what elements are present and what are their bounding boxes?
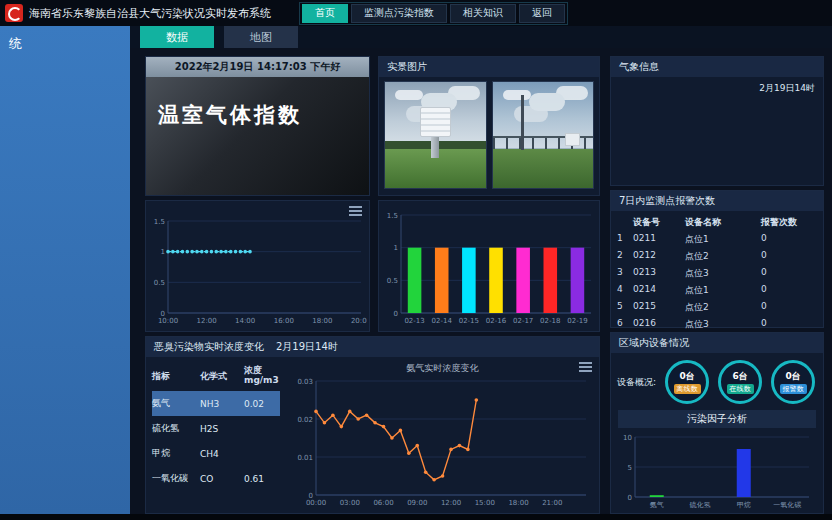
- photo-equipment-box: [565, 133, 580, 146]
- alarm-col-device-name: 设备名称: [685, 216, 761, 229]
- svg-text:02-19: 02-19: [567, 317, 587, 325]
- photos-title: 实景图片: [387, 60, 427, 74]
- odor-header: 恶臭污染物实时浓度变化 2月19日14时: [146, 337, 599, 357]
- dashboard-main: 2022年2月19日 14:17:03 下午好 温室气体指数 实景图片: [130, 48, 832, 514]
- odor-panel: 恶臭污染物实时浓度变化 2月19日14时 指标 化学式 浓度 mg/m3 氨气N…: [145, 336, 600, 514]
- photo-clouds: [395, 90, 423, 100]
- svg-text:甲烷: 甲烷: [737, 501, 751, 509]
- device-overview: 设备概况: 0台 离线数 6台 在线数 0台 报警数: [611, 353, 823, 408]
- alarm-panel: 7日内监测点报警次数 设备号 设备名称 报警次数 10211点位10 20212…: [610, 190, 824, 328]
- greeting-body: 温室气体指数: [146, 77, 369, 195]
- app-title: 海南省乐东黎族自治县大气污染状况实时发布系统: [29, 6, 271, 21]
- offline-count-circle: 0台 离线数: [665, 360, 709, 404]
- svg-text:0.02: 0.02: [297, 416, 313, 424]
- svg-text:03:00: 03:00: [340, 499, 360, 507]
- svg-text:21:00: 21:00: [542, 499, 562, 507]
- weather-body: 2月19日14时: [611, 77, 823, 185]
- svg-text:20:00: 20:00: [351, 317, 367, 325]
- alarm-label: 报警数: [780, 384, 807, 394]
- svg-text:00:00: 00:00: [306, 499, 326, 507]
- svg-text:16:00: 16:00: [274, 317, 294, 325]
- odor-row-co[interactable]: 一氧化碳CO0.61: [152, 466, 280, 491]
- main-nav: 首页 监测点污染指数 相关知识 返回: [299, 2, 568, 25]
- svg-text:1.5: 1.5: [387, 212, 398, 220]
- odor-table-header: 指标 化学式 浓度 mg/m3: [152, 361, 280, 391]
- alarm-col-count: 报警次数: [761, 216, 819, 229]
- greeting-datetime-bar: 2022年2月19日 14:17:03 下午好: [146, 57, 369, 77]
- svg-text:0.5: 0.5: [387, 277, 398, 285]
- odor-title: 恶臭污染物实时浓度变化: [154, 340, 264, 354]
- photo-clouds: [503, 90, 531, 100]
- sidebar-system-item[interactable]: 统: [0, 26, 130, 62]
- photo-grass: [493, 149, 594, 188]
- logo-icon: [5, 4, 23, 22]
- device-overview-label: 设备概况:: [617, 376, 656, 389]
- table-row: 40214点位10: [611, 281, 823, 298]
- svg-text:0.5: 0.5: [154, 279, 165, 287]
- photos-header: 实景图片: [379, 57, 599, 77]
- svg-text:0: 0: [394, 310, 398, 318]
- alarm-table-header: 设备号 设备名称 报警次数: [611, 211, 823, 230]
- online-count-circle: 6台 在线数: [718, 360, 762, 404]
- odor-col-concentration: 浓度 mg/m3: [244, 366, 284, 386]
- devices-header: 区域内设备情况: [611, 333, 823, 353]
- greenhouse-line-chart: 00.511.510:0012:0014:0016:0018:0020:00: [148, 215, 367, 327]
- ammonia-line-chart: 00.010.020.0300:0003:0006:0009:0012:0015…: [292, 375, 592, 509]
- svg-text:10: 10: [623, 434, 632, 442]
- table-row: 10211点位10: [611, 230, 823, 247]
- factor-analysis-title: 污染因子分析: [618, 410, 816, 428]
- nav-pollution-index-button[interactable]: 监测点污染指数: [351, 4, 447, 23]
- app-root: 海南省乐东黎族自治县大气污染状况实时发布系统 首页 监测点污染指数 相关知识 返…: [0, 0, 832, 520]
- devices-panel: 区域内设备情况 设备概况: 0台 离线数 6台 在线数 0台 报警数 污染因子分…: [610, 332, 824, 514]
- table-row: 30213点位30: [611, 264, 823, 281]
- svg-text:02-15: 02-15: [459, 317, 479, 325]
- photo-monitor-cabinet: [420, 107, 451, 137]
- nav-home-button[interactable]: 首页: [302, 4, 348, 23]
- svg-text:5: 5: [628, 464, 632, 472]
- tab-data[interactable]: 数据: [140, 26, 214, 48]
- svg-text:0.03: 0.03: [297, 378, 313, 386]
- svg-text:1: 1: [394, 244, 398, 252]
- odor-col-formula: 化学式: [200, 370, 244, 383]
- svg-text:14:00: 14:00: [235, 317, 255, 325]
- chart-menu-icon[interactable]: [349, 206, 362, 216]
- site-photo-1: [384, 81, 487, 189]
- photo-pole: [521, 95, 524, 150]
- chart-menu-icon[interactable]: [579, 362, 592, 372]
- svg-text:12:00: 12:00: [441, 499, 461, 507]
- svg-text:1.5: 1.5: [154, 218, 165, 226]
- greenhouse-chart-panel: 00.511.510:0012:0014:0016:0018:0020:00: [145, 200, 370, 332]
- svg-text:15:00: 15:00: [475, 499, 495, 507]
- table-row: 20212点位20: [611, 247, 823, 264]
- tab-map[interactable]: 地图: [224, 26, 298, 48]
- weather-panel: 气象信息 2月19日14时: [610, 56, 824, 186]
- svg-text:10:00: 10:00: [158, 317, 178, 325]
- svg-text:02-17: 02-17: [513, 317, 533, 325]
- svg-text:06:00: 06:00: [373, 499, 393, 507]
- odor-row-h2s[interactable]: 硫化氢H2S: [152, 416, 280, 441]
- table-row: 60216点位30: [611, 315, 823, 332]
- alarm-header: 7日内监测点报警次数: [611, 191, 823, 211]
- odor-body: 指标 化学式 浓度 mg/m3 氨气NH30.02 硫化氢H2S: [146, 357, 599, 513]
- svg-text:18:00: 18:00: [508, 499, 528, 507]
- greeting-datetime: 2022年2月19日 14:17:03 下午好: [175, 60, 340, 74]
- svg-text:18:00: 18:00: [312, 317, 332, 325]
- svg-text:氨气: 氨气: [650, 501, 664, 509]
- odor-row-ch4[interactable]: 甲烷CH4: [152, 441, 280, 466]
- svg-text:09:00: 09:00: [407, 499, 427, 507]
- svg-text:02-18: 02-18: [540, 317, 560, 325]
- site-photo-2: [492, 81, 595, 189]
- alarm-col-device-id: 设备号: [633, 216, 685, 229]
- svg-text:0.01: 0.01: [297, 454, 313, 462]
- odor-row-ammonia[interactable]: 氨气NH30.02: [152, 391, 280, 416]
- sidebar: 统: [0, 26, 130, 514]
- odor-table: 指标 化学式 浓度 mg/m3 氨气NH30.02 硫化氢H2S: [146, 357, 286, 513]
- ammonia-chart-area: 氨气实时浓度变化 00.010.020.0300:0003:0006:0009:…: [286, 357, 599, 513]
- svg-text:02-14: 02-14: [432, 317, 453, 325]
- weekly-bar-chart-panel: 00.511.502-1302-1402-1502-1602-1702-1802…: [378, 200, 600, 332]
- svg-text:0: 0: [628, 494, 632, 502]
- nav-knowledge-button[interactable]: 相关知识: [450, 4, 516, 23]
- nav-return-button[interactable]: 返回: [519, 4, 565, 23]
- odor-timestamp: 2月19日14时: [276, 340, 338, 354]
- online-label: 在线数: [727, 384, 754, 394]
